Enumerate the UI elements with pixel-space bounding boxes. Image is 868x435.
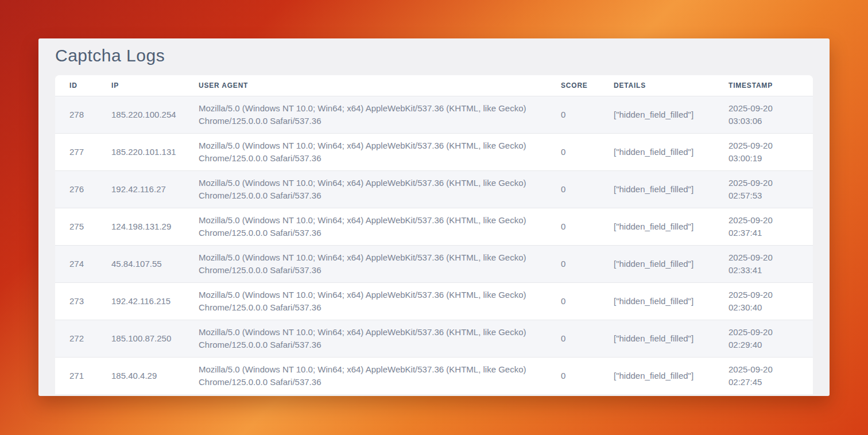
cell-score: 0 xyxy=(561,357,614,394)
page-title: Captcha Logs xyxy=(55,45,813,66)
cell-id: 277 xyxy=(55,133,111,170)
cell-details: ["hidden_field_filled"] xyxy=(614,320,728,357)
cell-user-agent: Mozilla/5.0 (Windows NT 10.0; Win64; x64… xyxy=(199,96,561,133)
cell-details: ["hidden_field_filled"] xyxy=(614,245,728,282)
cell-timestamp: 2025-09-20 02:30:40 xyxy=(728,282,813,320)
column-header-id: ID xyxy=(55,75,111,96)
cell-timestamp: 2025-09-20 03:03:06 xyxy=(728,96,813,133)
log-row: 275 124.198.131.29 Mozilla/5.0 (Windows … xyxy=(55,208,813,245)
cell-id: 273 xyxy=(55,282,111,320)
cell-ip: 192.42.116.215 xyxy=(111,282,199,320)
column-header-score: SCORE xyxy=(561,75,614,96)
cell-user-agent: Mozilla/5.0 (Windows NT 10.0; Win64; x64… xyxy=(199,320,561,357)
log-row: 273 192.42.116.215 Mozilla/5.0 (Windows … xyxy=(55,282,813,320)
cell-score: 0 xyxy=(561,282,614,320)
cell-user-agent: Mozilla/5.0 (Windows NT 10.0; Win64; x64… xyxy=(199,208,561,245)
cell-user-agent: Mozilla/5.0 (Windows NT 10.0; Win64; x64… xyxy=(199,282,561,320)
captcha-logs-card: Captcha Logs ID IP USER AGENT SCORE DETA… xyxy=(38,38,830,396)
cell-details: ["hidden_field_filled"] xyxy=(614,170,728,208)
logs-table-container: ID IP USER AGENT SCORE DETAILS TIMESTAMP… xyxy=(55,75,813,394)
cell-ip: 185.220.101.131 xyxy=(111,133,199,170)
log-row: 278 185.220.100.254 Mozilla/5.0 (Windows… xyxy=(55,96,813,133)
cell-timestamp: 2025-09-20 03:00:19 xyxy=(728,133,813,170)
cell-user-agent: Mozilla/5.0 (Windows NT 10.0; Win64; x64… xyxy=(199,170,561,208)
cell-ip: 185.220.100.254 xyxy=(111,96,199,133)
cell-id: 278 xyxy=(55,96,111,133)
cell-score: 0 xyxy=(561,245,614,282)
log-row: 276 192.42.116.27 Mozilla/5.0 (Windows N… xyxy=(55,170,813,208)
cell-score: 0 xyxy=(561,208,614,245)
logs-table: ID IP USER AGENT SCORE DETAILS TIMESTAMP… xyxy=(55,75,813,394)
cell-score: 0 xyxy=(561,133,614,170)
column-header-timestamp: TIMESTAMP xyxy=(728,75,813,96)
column-header-details: DETAILS xyxy=(614,75,728,96)
cell-ip: 185.100.87.250 xyxy=(111,320,199,357)
cell-ip: 192.42.116.27 xyxy=(111,170,199,208)
column-header-user-agent: USER AGENT xyxy=(199,75,561,96)
cell-details: ["hidden_field_filled"] xyxy=(614,133,728,170)
cell-timestamp: 2025-09-20 02:33:41 xyxy=(728,245,813,282)
cell-id: 272 xyxy=(55,320,111,357)
cell-user-agent: Mozilla/5.0 (Windows NT 10.0; Win64; x64… xyxy=(199,357,561,394)
log-row: 271 185.40.4.29 Mozilla/5.0 (Windows NT … xyxy=(55,357,813,394)
cell-timestamp: 2025-09-20 02:27:45 xyxy=(728,357,813,394)
cell-details: ["hidden_field_filled"] xyxy=(614,96,728,133)
cell-score: 0 xyxy=(561,320,614,357)
cell-details: ["hidden_field_filled"] xyxy=(614,357,728,394)
column-header-ip: IP xyxy=(111,75,199,96)
table-header-row: ID IP USER AGENT SCORE DETAILS TIMESTAMP xyxy=(55,75,813,96)
cell-score: 0 xyxy=(561,96,614,133)
cell-id: 276 xyxy=(55,170,111,208)
cell-score: 0 xyxy=(561,170,614,208)
cell-user-agent: Mozilla/5.0 (Windows NT 10.0; Win64; x64… xyxy=(199,245,561,282)
cell-id: 274 xyxy=(55,245,111,282)
cell-ip: 124.198.131.29 xyxy=(111,208,199,245)
cell-user-agent: Mozilla/5.0 (Windows NT 10.0; Win64; x64… xyxy=(199,133,561,170)
cell-details: ["hidden_field_filled"] xyxy=(614,282,728,320)
cell-ip: 185.40.4.29 xyxy=(111,357,199,394)
log-row: 272 185.100.87.250 Mozilla/5.0 (Windows … xyxy=(55,320,813,357)
cell-timestamp: 2025-09-20 02:29:40 xyxy=(728,320,813,357)
cell-ip: 45.84.107.55 xyxy=(111,245,199,282)
cell-id: 275 xyxy=(55,208,111,245)
log-row: 277 185.220.101.131 Mozilla/5.0 (Windows… xyxy=(55,133,813,170)
log-row: 274 45.84.107.55 Mozilla/5.0 (Windows NT… xyxy=(55,245,813,282)
cell-timestamp: 2025-09-20 02:37:41 xyxy=(728,208,813,245)
cell-id: 271 xyxy=(55,357,111,394)
table-body: 278 185.220.100.254 Mozilla/5.0 (Windows… xyxy=(55,96,813,394)
cell-timestamp: 2025-09-20 02:57:53 xyxy=(728,170,813,208)
cell-details: ["hidden_field_filled"] xyxy=(614,208,728,245)
